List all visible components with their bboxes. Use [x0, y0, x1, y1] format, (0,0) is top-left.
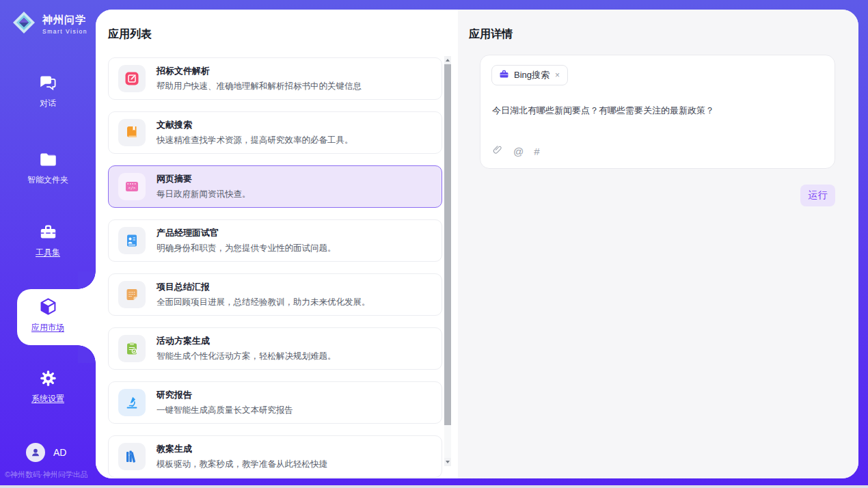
- sidebar-item-label: 智能文件夹: [0, 174, 96, 186]
- clipboard-check-icon: [118, 335, 146, 362]
- scroll-down-button[interactable]: [444, 458, 451, 466]
- hash-icon[interactable]: #: [534, 146, 539, 157]
- app-title: 产品经理面试官: [157, 227, 336, 239]
- sidebar-item-smart-folder[interactable]: 智能文件夹: [0, 150, 96, 186]
- app-card-list: 招标文件解析 帮助用户快速、准确地理解和解析招标书中的关键信息 文献搜索 快速精…: [108, 57, 442, 478]
- sidebar-item-toolset[interactable]: 工具集: [0, 223, 96, 258]
- gear-icon: [39, 369, 57, 388]
- copyright-footer: ©神州数码·神州问学出品: [5, 470, 94, 480]
- document-edit-icon: [118, 65, 146, 92]
- app-card-tender-parse[interactable]: 招标文件解析 帮助用户快速、准确地理解和解析招标书中的关键信息: [108, 57, 442, 100]
- brand-diamond-icon: [11, 10, 37, 38]
- app-card-literature-search[interactable]: 文献搜索 快速精准查找学术资源，提高研究效率的必备工具。: [108, 111, 442, 154]
- sidebar-item-label: 工具集: [0, 247, 96, 258]
- tool-tag-bing-search[interactable]: Bing搜索 ×: [491, 65, 568, 85]
- input-toolbar: @ #: [492, 144, 540, 159]
- app-description: 每日政府新闻资讯快查。: [157, 189, 251, 200]
- app-card-research-report[interactable]: 研究报告 一键智能生成高质量长文本研究报告: [108, 381, 442, 424]
- app-description: 智能生成个性化活动方案，轻松解决规划难题。: [157, 351, 336, 362]
- app-description: 明确身份和职责，为您提供专业性的面试问题。: [157, 243, 336, 254]
- app-card-pm-interviewer[interactable]: 产品经理面试官 明确身份和职责，为您提供专业性的面试问题。: [108, 219, 442, 262]
- sidebar-item-chat[interactable]: 对话: [0, 74, 96, 109]
- user-account[interactable]: AD: [26, 443, 66, 462]
- chat-icon: [39, 74, 57, 93]
- paperclip-icon[interactable]: [492, 144, 503, 159]
- app-description: 模板驱动，教案秒成，教学准备从此轻松快捷: [157, 459, 327, 470]
- app-list-title: 应用列表: [108, 27, 152, 42]
- query-text[interactable]: 今日湖北有哪些新闻要点？有哪些需要关注的最新政策？: [492, 104, 820, 118]
- user-label: AD: [53, 447, 66, 458]
- resume-icon: [118, 227, 146, 254]
- window-bottom-edge: [0, 485, 868, 488]
- app-card-lesson-plan[interactable]: 教案生成 模板驱动，教案秒成，教学准备从此轻松快捷: [108, 435, 442, 478]
- app-list-scrollbar[interactable]: [444, 56, 451, 466]
- sidebar-item-label: 对话: [0, 98, 96, 109]
- app-title: 文献搜索: [157, 119, 353, 131]
- query-input-card[interactable]: Bing搜索 × 今日湖北有哪些新闻要点？有哪些需要关注的最新政策？ @ #: [480, 55, 835, 169]
- svg-text:</>: </>: [128, 185, 136, 190]
- app-title: 网页摘要: [157, 173, 251, 185]
- app-card-web-summary[interactable]: </> 网页摘要 每日政府新闻资讯快查。: [108, 165, 442, 208]
- sidebar-item-settings[interactable]: 系统设置: [0, 369, 96, 405]
- app-title: 活动方案生成: [157, 335, 336, 347]
- briefcase-icon: [499, 69, 509, 82]
- triangle-up-icon: [446, 59, 450, 62]
- microscope-icon: [118, 389, 146, 416]
- web-code-icon: </>: [118, 173, 146, 200]
- app-description: 一键智能生成高质量长文本研究报告: [157, 405, 293, 416]
- brand-name: 神州问学: [42, 14, 87, 27]
- sidebar-item-app-market[interactable]: 应用市场: [0, 297, 96, 334]
- book-icon: [118, 119, 146, 146]
- app-title: 项目总结汇报: [157, 281, 370, 293]
- cube-icon: [38, 297, 58, 316]
- sidebar: 神州问学 Smart Vision 对话 智能文件夹: [0, 0, 96, 488]
- run-button[interactable]: 运行: [800, 185, 835, 206]
- avatar: [26, 443, 45, 462]
- scrollbar-thumb[interactable]: [444, 64, 451, 425]
- books-icon: [118, 443, 146, 470]
- main-content: 应用列表 招标文件解析 帮助用户快速、准确地理解和解析招标书中的关键信息: [96, 10, 858, 478]
- app-description: 快速精准查找学术资源，提高研究效率的必备工具。: [157, 135, 353, 146]
- sidebar-item-label: 系统设置: [0, 393, 96, 405]
- app-card-project-summary[interactable]: 项目总结汇报 全面回顾项目进展，总结经验教训，助力未来优化发展。: [108, 273, 442, 316]
- scroll-up-button[interactable]: [444, 56, 451, 64]
- app-card-event-plan[interactable]: 活动方案生成 智能生成个性化活动方案，轻松解决规划难题。: [108, 327, 442, 370]
- mention-icon[interactable]: @: [513, 146, 524, 157]
- app-description: 全面回顾项目进展，总结经验教训，助力未来优化发展。: [157, 297, 370, 308]
- close-icon[interactable]: ×: [554, 70, 560, 80]
- app-logo: 神州问学 Smart Vision: [11, 10, 87, 38]
- tool-tag-label: Bing搜索: [514, 69, 550, 81]
- app-title: 招标文件解析: [157, 65, 362, 77]
- app-description: 帮助用户快速、准确地理解和解析招标书中的关键信息: [157, 81, 362, 92]
- toolbox-icon: [39, 223, 57, 242]
- app-title: 教案生成: [157, 443, 327, 455]
- sidebar-item-label: 应用市场: [0, 322, 96, 334]
- app-detail-title: 应用详情: [469, 27, 513, 42]
- brand-subtitle: Smart Vision: [42, 28, 87, 35]
- folder-icon: [39, 150, 57, 170]
- note-icon: [118, 281, 146, 308]
- app-list-panel: 应用列表 招标文件解析 帮助用户快速、准确地理解和解析招标书中的关键信息: [96, 10, 458, 478]
- triangle-down-icon: [446, 461, 450, 463]
- app-detail-panel: 应用详情 Bing搜索 × 今日湖北有哪些新闻要点？有哪些需要关注的最新政策？: [458, 10, 858, 478]
- app-title: 研究报告: [157, 389, 293, 401]
